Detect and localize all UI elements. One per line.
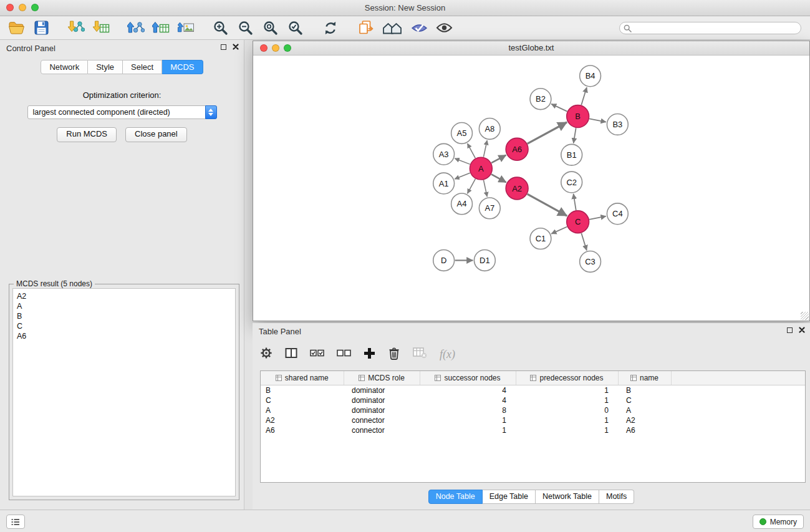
edge-C-C4[interactable] xyxy=(589,216,606,220)
mcds-result-list[interactable]: A2ABCA6 xyxy=(12,288,236,496)
edge-A-A1[interactable] xyxy=(455,173,470,179)
edge-A-A4[interactable] xyxy=(468,179,476,193)
tab-style[interactable]: Style xyxy=(88,60,123,74)
table-settings-button[interactable] xyxy=(260,347,272,362)
node-label-B1: B1 xyxy=(567,150,577,160)
run-mcds-button[interactable]: Run MCDS xyxy=(57,127,117,142)
zoom-fit-button[interactable] xyxy=(261,18,281,38)
open-session-button[interactable] xyxy=(6,18,26,38)
optimization-criterion-select[interactable]: largest connected component (directed) xyxy=(27,105,217,119)
edge-A-A3[interactable] xyxy=(455,158,470,164)
tab-select[interactable]: Select xyxy=(123,60,162,74)
float-panel-icon[interactable] xyxy=(221,44,226,50)
search-input[interactable] xyxy=(619,22,801,34)
deselect-all-button[interactable] xyxy=(337,348,351,360)
show-columns-button[interactable] xyxy=(285,347,297,361)
save-session-button[interactable] xyxy=(31,18,51,38)
edge-A6-B[interactable] xyxy=(528,122,567,143)
export-image-button[interactable] xyxy=(176,18,196,38)
edge-B-B4[interactable] xyxy=(581,87,587,105)
network-close-button[interactable] xyxy=(260,44,268,52)
show-details-button[interactable] xyxy=(434,18,454,38)
mcds-result-item[interactable]: B xyxy=(17,311,231,321)
memory-button[interactable]: Memory xyxy=(753,515,804,529)
show-panels-button[interactable] xyxy=(6,515,25,529)
close-window-button[interactable] xyxy=(6,4,14,11)
table-panel-tabs: Node Table Edge Table Network Table Moti… xyxy=(253,490,810,504)
tab-network[interactable]: Network xyxy=(41,60,88,74)
export-network-button[interactable] xyxy=(126,18,146,38)
table-row[interactable]: A6connector11A6 xyxy=(261,425,805,435)
mcds-result-item[interactable]: A xyxy=(17,301,231,311)
tab-mcds[interactable]: MCDS xyxy=(162,60,203,74)
edge-B-B2[interactable] xyxy=(551,104,567,112)
function-builder-button[interactable]: f(x) xyxy=(440,348,455,361)
edge-A-A2[interactable] xyxy=(491,174,506,182)
network-canvas[interactable]: B4B2BB3A5A8A6B1A3AC2A1A2A4A7C4CC1C3DD1 xyxy=(253,56,809,321)
edge-A-A6[interactable] xyxy=(491,155,506,163)
close-panel-icon[interactable] xyxy=(233,44,239,50)
resize-grip[interactable] xyxy=(801,312,809,320)
table-cell xyxy=(671,415,805,425)
float-table-panel-icon[interactable] xyxy=(787,327,793,333)
delete-column-button[interactable] xyxy=(388,347,400,362)
column-header-name[interactable]: name xyxy=(618,371,671,385)
close-table-panel-icon[interactable] xyxy=(799,327,805,333)
table-row[interactable]: Bdominator41B xyxy=(261,385,805,396)
node-label-A3: A3 xyxy=(439,150,449,159)
import-network-button[interactable] xyxy=(66,18,86,38)
node-label-A5: A5 xyxy=(457,128,467,138)
tab-motifs[interactable]: Motifs xyxy=(599,490,634,504)
node-label-A: A xyxy=(478,164,484,173)
export-table-button[interactable] xyxy=(151,18,171,38)
network-zoom-button[interactable] xyxy=(284,44,291,52)
column-header-shared-name[interactable]: shared name xyxy=(261,371,344,385)
zoom-window-button[interactable] xyxy=(31,4,39,11)
close-panel-button[interactable]: Close panel xyxy=(125,127,187,142)
column-header-mcds-role[interactable]: MCDS role xyxy=(344,371,420,385)
tab-network-table[interactable]: Network Table xyxy=(536,490,599,504)
zoom-in-button[interactable] xyxy=(211,18,231,38)
delete-table-button[interactable] xyxy=(413,347,427,361)
open-in-browser-button[interactable] xyxy=(355,18,375,38)
table-cell: 8 xyxy=(420,405,516,415)
edge-B-B1[interactable] xyxy=(574,128,576,143)
zoom-selected-button[interactable] xyxy=(286,18,306,38)
edge-A-A8[interactable] xyxy=(483,140,487,157)
mcds-result-item[interactable]: C xyxy=(17,321,231,331)
edge-A-A5[interactable] xyxy=(468,143,476,158)
apply-visual-style-icon xyxy=(411,21,428,35)
column-header-successor-nodes[interactable]: successor nodes xyxy=(420,371,516,385)
zoom-in-icon xyxy=(213,20,229,36)
table-cell: A2 xyxy=(261,415,344,425)
mcds-result-item[interactable]: A2 xyxy=(17,291,231,301)
table-row[interactable]: Cdominator41C xyxy=(261,395,805,405)
import-table-button[interactable] xyxy=(91,18,111,38)
mcds-result-item[interactable]: A6 xyxy=(17,331,231,341)
tab-edge-table[interactable]: Edge Table xyxy=(483,490,536,504)
column-header-predecessor-nodes[interactable]: predecessor nodes xyxy=(516,371,618,385)
edge-C-C1[interactable] xyxy=(551,227,567,234)
table-row[interactable]: A2connector11A2 xyxy=(261,415,805,425)
edge-A-A7[interactable] xyxy=(483,180,487,197)
tab-node-table[interactable]: Node Table xyxy=(428,490,483,504)
refresh-button[interactable] xyxy=(321,18,340,38)
zoom-out-button[interactable] xyxy=(236,18,256,38)
apply-style-button[interactable] xyxy=(409,18,429,38)
network-canvas-svg[interactable]: B4B2BB3A5A8A6B1A3AC2A1A2A4A7C4CC1C3DD1 xyxy=(253,56,809,321)
network-minimize-button[interactable] xyxy=(272,44,279,52)
edge-C-C2[interactable] xyxy=(574,194,576,210)
delete-table-icon xyxy=(413,347,427,359)
edge-B-B3[interactable] xyxy=(589,118,606,122)
home-button[interactable] xyxy=(380,18,404,38)
select-all-button[interactable] xyxy=(310,348,324,360)
node-label-B3: B3 xyxy=(612,120,622,129)
edge-C-C3[interactable] xyxy=(581,233,587,251)
create-column-button[interactable] xyxy=(364,347,375,362)
network-window-titlebar[interactable]: testGlobe.txt xyxy=(253,41,809,56)
table-toolbar: f(x) xyxy=(260,343,455,365)
control-panel: Control Panel Network Style Select MCDS … xyxy=(0,40,244,510)
table-row[interactable]: Adominator80A xyxy=(261,405,805,415)
minimize-window-button[interactable] xyxy=(19,4,26,11)
edge-A2-C[interactable] xyxy=(528,194,567,216)
